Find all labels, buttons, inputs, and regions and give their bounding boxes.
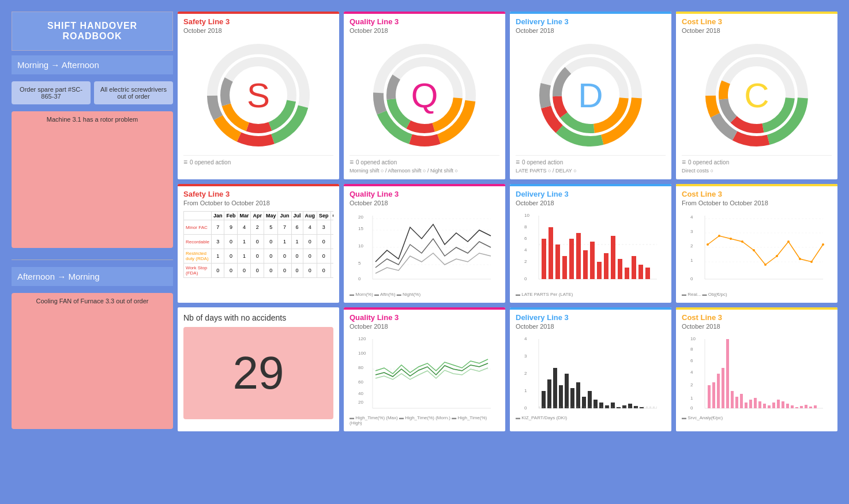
note-card-1: Order spare part #SC-865-37: [12, 81, 91, 104]
svg-text:20: 20: [358, 400, 363, 405]
svg-rect-122: [582, 397, 586, 408]
quality-letter: Q: [411, 76, 438, 115]
svg-rect-154: [758, 401, 761, 408]
svg-rect-143: [708, 385, 711, 408]
cost-title-r3: Cost Line 3: [682, 313, 832, 322]
svg-rect-144: [712, 382, 715, 408]
svg-text:0: 0: [358, 276, 361, 281]
svg-rect-160: [786, 404, 789, 408]
svg-rect-145: [717, 374, 720, 408]
svg-rect-151: [745, 403, 747, 408]
quality-subtitle-r1: October 2018: [350, 27, 499, 34]
svg-rect-163: [800, 406, 803, 408]
quality-linechart-r3-svg: 120 100 80 60 40 20: [350, 333, 499, 420]
accidents-number: 29: [233, 338, 284, 408]
svg-text:10: 10: [358, 243, 363, 249]
svg-point-89: [730, 238, 732, 240]
svg-rect-65: [576, 233, 581, 279]
svg-text:120: 120: [358, 336, 366, 341]
svg-text:60: 60: [358, 379, 363, 385]
safety-subtitle-r2: From October to October 2018: [183, 200, 333, 206]
svg-point-91: [753, 249, 755, 251]
svg-text:4: 4: [524, 336, 527, 341]
cost-letter: C: [744, 76, 769, 115]
border-delivery-r2: [510, 184, 671, 186]
border-safety: [178, 12, 339, 14]
svg-rect-150: [740, 394, 743, 408]
delivery-actions-r1: ≡ 0 opened action: [516, 158, 666, 166]
border-cost: [676, 12, 837, 14]
card-safety-r2: Safety Line 3 From October to October 20…: [178, 184, 339, 303]
svg-rect-60: [542, 239, 546, 279]
cost-actions-r1: ≡ 0 opened action: [682, 158, 832, 166]
delivery-actions-text: 0 opened action: [522, 159, 563, 166]
safety-table-container: Jan Feb Mar Apr May Jun Jul Aug Sep Oct …: [183, 211, 333, 278]
th-jul: Jul: [291, 212, 303, 220]
svg-rect-152: [749, 400, 752, 408]
card-safety-r1: Safety Line 3 October 2018 S: [178, 12, 339, 179]
issue-text-1: Machine 3.1 has a rotor problem: [47, 116, 138, 123]
th-oct: Oct: [330, 212, 333, 220]
delivery-subtitle-r2: October 2018: [516, 200, 666, 206]
quality-footer-r1: ≡ 0 opened action Morning shift ○ / Afte…: [350, 155, 499, 174]
quality-actions-text: 0 opened action: [356, 159, 397, 166]
svg-rect-66: [583, 250, 588, 279]
quality-subtitle-r3: October 2018: [350, 323, 499, 330]
svg-rect-61: [549, 227, 553, 279]
divider-1: [12, 259, 173, 260]
delivery-chart-r3: 4 3 2 1 0: [516, 333, 666, 414]
svg-text:6: 6: [524, 236, 527, 241]
svg-point-88: [718, 235, 720, 237]
accidents-number-box: 29: [183, 327, 333, 419]
border-delivery-r3: [510, 307, 671, 310]
safety-donut: S: [183, 37, 333, 153]
safety-title-r1: Safety Line 3: [183, 17, 333, 26]
th-sep: Sep: [317, 212, 331, 220]
svg-rect-116: [547, 379, 551, 408]
sidebar-title: SHIFT HANDOVER ROADBOOK: [47, 21, 137, 41]
quality-donut: Q: [350, 37, 499, 153]
cost-chart-legend-r2: ▬ Real... ▬ Obj(€/pc): [682, 292, 832, 297]
card-quality-r1: Quality Line 3 October 2018 Q: [344, 12, 505, 179]
th-may: May: [264, 212, 278, 220]
svg-text:20: 20: [358, 215, 363, 220]
border-cost-r3: [676, 307, 837, 310]
quality-chart-r2: 20 15 10 5 0: [350, 210, 499, 291]
cost-subtitle-r1: October 2018: [682, 27, 832, 34]
sidebar-header: SHIFT HANDOVER ROADBOOK: [12, 12, 173, 51]
svg-rect-155: [763, 404, 766, 408]
svg-rect-161: [791, 405, 794, 408]
svg-rect-68: [597, 262, 602, 279]
hamburger-icon-d: ≡: [516, 158, 520, 166]
svg-rect-126: [605, 405, 609, 408]
svg-rect-132: [640, 407, 644, 408]
card-cost-r2: Cost Line 3 From October to October 2018…: [676, 184, 837, 303]
delivery-letter: D: [578, 76, 603, 115]
svg-text:10: 10: [690, 336, 696, 341]
safety-subtitle-r1: October 2018: [183, 27, 333, 34]
card-delivery-r3: Delivery Line 3 October 2018 4 3 2 1 0: [510, 307, 671, 431]
svg-point-95: [799, 258, 801, 260]
svg-text:10: 10: [524, 213, 529, 218]
cost-footer-r1: ≡ 0 opened action Direct costs ○: [682, 155, 832, 174]
svg-text:40: 40: [358, 391, 363, 396]
cost-title-r2: Cost Line 3: [682, 190, 832, 198]
svg-text:3: 3: [524, 353, 527, 359]
quality-shift-legend: Morning shift ○ / Afternoon shift ○ / Ni…: [350, 168, 499, 174]
svg-rect-74: [638, 265, 643, 279]
dashboard-grid: Safety Line 3 October 2018 S: [178, 12, 837, 431]
svg-rect-162: [795, 407, 798, 408]
safety-actions-r1: ≡ 0 opened action: [183, 158, 333, 166]
svg-rect-149: [735, 397, 738, 408]
cost-chart-r2: 4 3 2 1 0: [682, 210, 832, 291]
th-mar: Mar: [238, 212, 251, 220]
note-text-2: All electric screwdrivers out of order: [100, 86, 167, 100]
delivery-legend: LATE PARTS ○ / DELAY ○: [516, 168, 666, 174]
svg-text:8: 8: [524, 224, 527, 230]
sidebar: SHIFT HANDOVER ROADBOOK Morning → Aftern…: [12, 12, 173, 431]
svg-point-96: [810, 261, 813, 263]
quality-title-r1: Quality Line 3: [350, 17, 499, 26]
accidents-label: Nb of days with no accidents: [183, 313, 333, 322]
quality-chart-legend-r2: ▬ Morn(%) ▬ Aftn(%) ▬ Night(%): [350, 292, 499, 297]
svg-rect-158: [777, 400, 780, 408]
